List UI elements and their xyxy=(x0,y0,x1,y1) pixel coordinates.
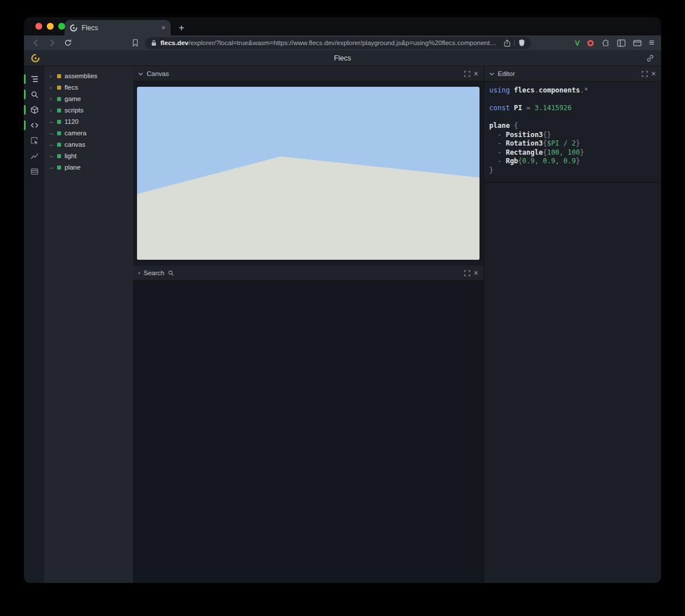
entity-kind-square-icon xyxy=(57,143,61,147)
app-content: ›assemblies›flecs›game›scripts–1120–came… xyxy=(24,66,661,583)
shield-icon[interactable] xyxy=(518,39,525,47)
tree-item-label: plane xyxy=(65,164,80,171)
tree-item-light[interactable]: –light xyxy=(45,150,133,162)
url-divider xyxy=(514,39,515,46)
url-path: /explorer/?local=true&wasm=https://www.f… xyxy=(188,39,496,46)
tree-item-label: light xyxy=(65,152,76,159)
close-icon[interactable]: × xyxy=(474,70,478,78)
sidebar-toggle-icon[interactable] xyxy=(617,39,626,47)
inspect-icon[interactable] xyxy=(24,133,45,148)
code-icon[interactable] xyxy=(24,118,45,133)
tree-expander-icon[interactable]: › xyxy=(50,95,56,102)
icon-rail xyxy=(24,66,45,583)
chart-icon[interactable] xyxy=(24,148,45,164)
tree-expander-icon[interactable]: – xyxy=(50,164,56,171)
tree-expander-icon[interactable]: › xyxy=(50,73,56,79)
browser-window: Flecs × + flecs.dev/explorer/?local=true… xyxy=(24,17,661,583)
entity-tree: ›assemblies›flecs›game›scripts–1120–came… xyxy=(45,66,133,583)
entity-kind-square-icon xyxy=(57,166,61,170)
main-empty-area xyxy=(133,281,483,583)
editor-empty-area xyxy=(484,183,661,583)
entity-kind-square-icon xyxy=(57,120,61,124)
page-title: Flecs xyxy=(24,54,661,62)
close-icon[interactable]: × xyxy=(474,269,478,277)
main-column: Canvas × • Search xyxy=(133,66,483,583)
browser-toolbar: flecs.dev/explorer/?local=true&wasm=http… xyxy=(24,35,661,50)
tree-item-label: assemblies xyxy=(65,73,98,79)
tree-item-camera[interactable]: –camera xyxy=(45,127,133,139)
tree-item-scripts[interactable]: ›scripts xyxy=(45,104,133,116)
new-tab-button[interactable]: + xyxy=(174,20,189,35)
toolbar-right-icons: V ≡ xyxy=(575,38,655,47)
editor-panel-title: Editor xyxy=(498,70,515,77)
tree-expander-icon[interactable]: › xyxy=(50,84,56,91)
hierarchy-icon[interactable] xyxy=(24,71,45,87)
tree-item-canvas[interactable]: –canvas xyxy=(45,139,133,150)
tree-expander-icon[interactable]: › xyxy=(50,107,56,114)
record-icon[interactable] xyxy=(587,40,594,46)
expand-icon[interactable] xyxy=(464,71,470,77)
puzzle-icon[interactable] xyxy=(601,39,610,47)
tree-item-1120[interactable]: –1120 xyxy=(45,116,133,127)
expand-icon[interactable] xyxy=(642,71,648,77)
tab-title: Flecs xyxy=(82,24,157,32)
code-line: - Rectangle{100, 100} xyxy=(489,148,661,158)
tab-close-icon[interactable]: × xyxy=(161,24,166,31)
editor-panel-header: Editor × xyxy=(484,66,661,82)
menu-icon[interactable]: ≡ xyxy=(649,38,654,47)
wallet-icon[interactable] xyxy=(633,40,642,46)
code-line: - Rgb{0.9, 0.9, 0.9} xyxy=(489,157,661,166)
back-icon[interactable] xyxy=(30,39,42,47)
tree-item-assemblies[interactable]: ›assemblies xyxy=(45,70,133,82)
editor-panel: Editor × using flecs.components.* const … xyxy=(483,66,661,583)
browser-tab[interactable]: Flecs × xyxy=(65,20,171,35)
tree-item-label: game xyxy=(65,95,81,102)
cube-icon[interactable] xyxy=(24,102,45,118)
zoom-window-button[interactable] xyxy=(58,23,65,30)
flecs-favicon-icon xyxy=(70,24,78,32)
minimize-window-button[interactable] xyxy=(47,23,54,30)
share-icon[interactable] xyxy=(503,39,511,47)
entity-kind-square-icon xyxy=(57,86,61,90)
code-line xyxy=(489,113,661,122)
canvas-3d-viewport[interactable] xyxy=(137,87,480,260)
link-icon[interactable] xyxy=(646,54,654,62)
flecs-logo-icon xyxy=(31,54,40,63)
entity-kind-square-icon xyxy=(57,131,61,135)
search-panel-header: • Search × xyxy=(133,265,483,281)
forward-icon[interactable] xyxy=(46,39,58,47)
tree-expander-icon[interactable]: – xyxy=(50,152,56,159)
tree-item-flecs[interactable]: ›flecs xyxy=(45,82,133,93)
tree-item-plane[interactable]: –plane xyxy=(45,162,133,173)
code-line xyxy=(489,95,661,104)
code-line: - Position3{} xyxy=(489,131,661,140)
code-line: using flecs.components.* xyxy=(489,86,661,95)
canvas-panel-title: Canvas xyxy=(147,70,169,77)
url-bar[interactable]: flecs.dev/explorer/?local=true&wasm=http… xyxy=(145,37,531,49)
chevron-down-icon[interactable] xyxy=(138,71,143,77)
url-domain: flecs.dev xyxy=(160,39,188,46)
search-icon[interactable] xyxy=(24,87,45,102)
code-line: } xyxy=(489,166,661,175)
close-window-button[interactable] xyxy=(35,23,42,30)
code-line: - Rotation3{$PI / 2} xyxy=(489,139,661,148)
expand-icon[interactable] xyxy=(464,270,470,276)
reload-icon[interactable] xyxy=(62,39,74,47)
chevron-down-icon[interactable] xyxy=(489,71,494,77)
tree-expander-icon[interactable]: – xyxy=(50,141,56,148)
tree-expander-icon[interactable]: – xyxy=(50,130,56,136)
close-icon[interactable]: × xyxy=(651,70,656,78)
tree-item-label: camera xyxy=(65,130,86,136)
search-panel-title: Search xyxy=(144,269,164,276)
entity-kind-square-icon xyxy=(57,154,61,158)
code-area[interactable]: using flecs.components.* const PI = 3.14… xyxy=(484,82,661,183)
tree-item-game[interactable]: ›game xyxy=(45,93,133,104)
rows-icon[interactable] xyxy=(24,164,45,179)
v-extension-icon[interactable]: V xyxy=(575,39,580,47)
tree-expander-icon[interactable]: – xyxy=(50,118,56,125)
url-text: flecs.dev/explorer/?local=true&wasm=http… xyxy=(160,39,500,46)
collapsed-bullet-icon[interactable]: • xyxy=(138,270,140,276)
entity-kind-square-icon xyxy=(57,97,61,101)
code-line: const PI = 3.1415926 xyxy=(489,104,661,113)
bookmark-icon[interactable] xyxy=(129,39,142,47)
